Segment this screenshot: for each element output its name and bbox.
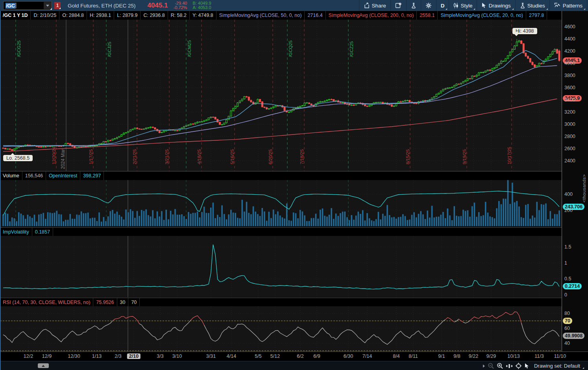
open-interest-value: 398,297 [80,171,104,180]
settings-button[interactable] [422,0,435,11]
analysis-tools-button[interactable] [407,0,420,11]
rsi-value-bubble: 49.9908 [563,333,584,339]
time-axis-label: 6/2 [297,353,303,359]
time-axis-label: 12/30 [68,353,80,359]
sma20-study-value: 2797.8 [526,11,547,20]
iv-axis-label: 0.5 [564,276,571,282]
chevron-up-icon [42,365,45,367]
ohlc-date: D: 2/10/25 [31,11,59,20]
impvolatility-bubble: 0.2714 [563,283,582,289]
price-axis-label: 3400 [564,97,575,103]
expiry-date-label: 7/18/25 [300,149,304,164]
resize-corner-icon [50,8,52,10]
expiry-date-label: 3/21/25 [165,149,169,164]
time-axis-label: 12/9 [42,353,52,359]
rsi-panel-header: RSI (14, 70, 30, CLOSE, WILDERS, no) 75.… [0,298,562,306]
time-axis-label: 11/10 [554,353,566,359]
expiry-date-label: 1/17/25 [89,149,93,164]
drawings-button[interactable]: Drawings [478,0,514,11]
time-axis-label: 12/2 [24,353,33,359]
timeframe-button[interactable]: D [437,0,448,11]
top-toolbar: /GC 1 Gold Futures, ETH (DEC 25) 4045.1 … [0,0,588,11]
ohlc-close: C: 2936.8 [141,11,168,20]
price-axis-label: 3000 [564,121,575,127]
linked-group-badge[interactable]: 1 [54,2,61,9]
expiry-date-label: 4/18/25 [197,149,202,164]
rsi-chart-canvas[interactable] [0,306,562,352]
year-high-flag: Hi: 4398 [512,28,537,34]
rsi-value: 75.9526 [93,298,117,306]
crosshair-icon[interactable] [515,363,522,369]
volume-axis-unit-label: <thousands> [582,174,586,202]
sma200-study-value: 2558.1 [417,11,438,20]
iv-axis-label: 0 [564,292,567,298]
time-axis[interactable]: 12/212/912/301/132/32/103/33/103/314/145… [0,352,588,361]
time-axis-label: 11/3 [534,353,544,359]
sma50-study-value: 2716.4 [305,11,325,20]
price-axis-label: 2600 [564,145,575,152]
sma20-study-label[interactable]: SimpleMovingAvg (CLOSE, 20, 0, no) [438,11,526,20]
bar-width-icon[interactable] [506,363,513,369]
open-interest-title[interactable]: OpenInterest [46,171,80,180]
sma200-study-label[interactable]: SimpleMovingAvg (CLOSE, 200, 0, no) [326,11,417,20]
change-percent: -0.72% [174,6,187,10]
ohlc-year: Y: 4749.8 [190,11,216,20]
year-low-flag: Lo: 2568.5 [3,155,33,161]
volume-axis-label: 400 [564,191,573,197]
flask-icon [411,2,416,9]
impvolatility-title[interactable]: ImpVolatility [0,228,32,236]
time-axis-label: 2/3 [115,353,121,359]
rsi-oversold-level: 30 [117,298,129,306]
symbol-timeframe-label[interactable]: /GC 1 Y 1D [0,11,31,20]
ohlc-high: H: 2938.1 [87,11,114,20]
dropdown-corner-icon [446,8,447,10]
rsi-title[interactable]: RSI (14, 70, 30, CLOSE, WILDERS, no) [0,298,93,306]
chart-scrollbar-handle[interactable] [38,363,49,368]
expiry-date-label: 9/19/25 [462,149,467,164]
flask-icon [520,2,525,9]
contract-roll-label: /GCM25 [187,40,192,57]
expiry-date-label: 8/15/25 [405,149,410,164]
price-axis-label: 4200 [564,48,575,54]
time-axis-label: 4/14 [227,353,236,359]
chevron-down-icon [46,5,49,7]
volume-chart-canvas[interactable] [0,180,562,227]
studies-button[interactable]: Studies [516,0,549,11]
expand-right-icon[interactable] [482,364,485,368]
rsi-overbought-bubble: 70 [563,318,572,324]
sma50-study-label[interactable]: SimpleMovingAvg (CLOSE, 50, 0, no) [216,11,305,20]
share-button[interactable]: Share [360,0,390,11]
volume-title[interactable]: Volume [0,171,22,180]
selected-date-label: 2/10 [127,353,141,359]
dropdown-corner-icon [546,8,548,10]
style-button[interactable]: Style [450,0,476,11]
price-axis-label: 4600 [564,24,575,30]
zoom-out-icon[interactable] [488,363,494,369]
chart-header: /GC 1 Y 1D D: 2/10/25 O: 2884.8 H: 2938.… [0,11,588,20]
candle-style-icon [453,2,459,9]
contract-roll-label: /GCG25 [17,40,21,57]
instrument-description: Gold Futures, ETH (DEC 25) [68,3,136,9]
pattern-icon [554,2,561,9]
patterns-button[interactable]: Patterns [551,0,586,11]
price-axis-label: 4400 [564,36,575,42]
pointer-icon[interactable] [524,363,529,369]
zoom-in-icon[interactable] [497,363,503,369]
notes-button[interactable]: ! [392,0,405,11]
price-axis-label: 4000 [564,60,575,66]
contract-roll-label: /GCJ25 [107,42,112,57]
volume-panel-header: Volume 156,546 OpenInterest 398,297 [0,171,562,180]
time-axis-label: 3/3 [157,353,163,359]
time-axis-label: 6/9 [313,353,320,359]
last-price: 4045.1 [148,2,168,9]
price-change: -29.40 -0.72% [174,1,187,10]
impvolatility-chart-canvas[interactable] [0,236,562,297]
price-chart-canvas[interactable]: 2024 Mar/GCG25/GCJ25/GCM25/GCQ25/GCZ2512… [0,20,562,171]
drawing-set-selector[interactable]: Drawing set: Default [534,363,584,369]
rsi-axis-label: 80 [564,310,570,317]
cursor-icon [481,2,486,9]
symbol-input[interactable]: /GC [3,1,52,10]
time-axis-label: 1/13 [92,353,102,359]
note-icon: ! [395,2,402,9]
rsi-axis-label: 40 [564,340,570,346]
